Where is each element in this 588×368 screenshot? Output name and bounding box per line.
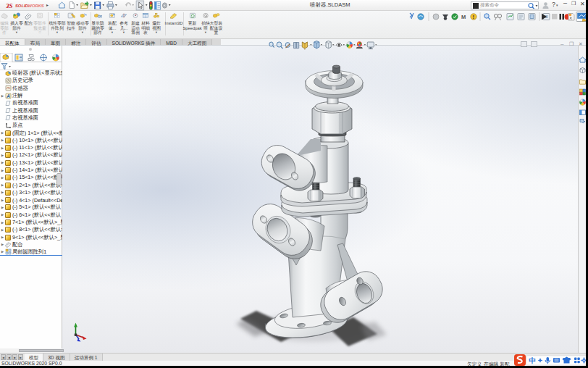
svg-text:WORKS: WORKS — [28, 4, 44, 8]
svg-text:ЗS: ЗS — [6, 2, 13, 9]
svg-text:!: ! — [472, 14, 474, 20]
svg-text:A: A — [6, 93, 10, 99]
svg-text:SOLID: SOLID — [15, 4, 29, 8]
svg-text:中: 中 — [529, 356, 537, 364]
svg-text:M: M — [461, 14, 466, 20]
